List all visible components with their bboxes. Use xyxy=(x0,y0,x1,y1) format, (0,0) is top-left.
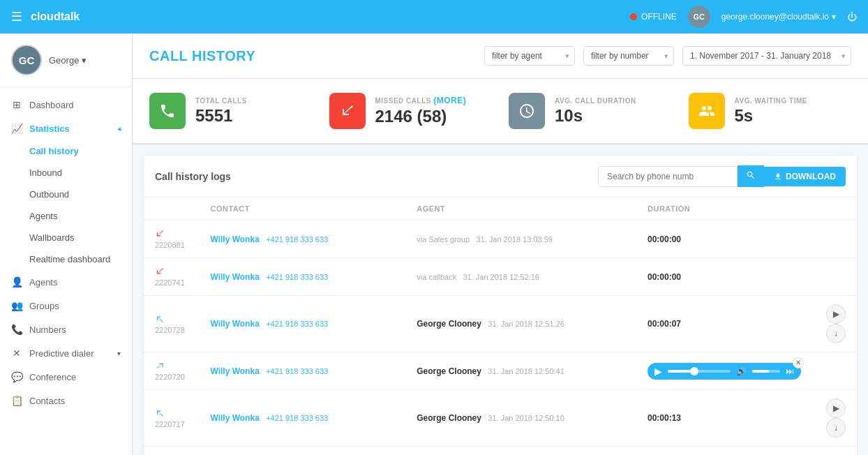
call-id-cell: 2220741 xyxy=(144,258,199,296)
call-number: 2220717 xyxy=(155,420,188,428)
agent-date: 31. Jan 2018 12:50:10 xyxy=(488,414,564,422)
filter-number-select[interactable]: filter by number xyxy=(583,46,674,66)
download-button[interactable]: DOWNLOAD xyxy=(764,167,846,186)
date-range-picker[interactable]: 1. November 2017 - 31. January 2018 xyxy=(682,46,851,66)
contact-name[interactable]: Willy Wonka xyxy=(210,319,259,329)
contact-phone[interactable]: +421 918 333 633 xyxy=(266,235,328,244)
audio-end-icon[interactable]: ⏭ xyxy=(786,366,794,376)
download-action-button[interactable]: ↓ xyxy=(826,418,846,438)
sidebar-item-realtime[interactable]: Realtime dashboard xyxy=(0,248,132,270)
sidebar-item-agents[interactable]: 👤 Agents xyxy=(0,270,132,294)
sidebar-item-conference[interactable]: 💬 Conference xyxy=(0,365,132,389)
actions-cell xyxy=(812,352,857,390)
conference-icon: 💬 xyxy=(11,371,22,382)
avg-duration-icon xyxy=(509,93,545,129)
download-action-button[interactable]: ↓ xyxy=(826,324,846,343)
sidebar-item-contacts[interactable]: 📋 Contacts xyxy=(0,389,132,412)
audio-knob[interactable] xyxy=(690,367,698,375)
sidebar-item-call-history[interactable]: Call history xyxy=(0,140,132,162)
sidebar-item-wallboards[interactable]: Wallboards xyxy=(0,227,132,248)
volume-bar[interactable] xyxy=(752,370,780,373)
volume-icon[interactable]: 🔊 xyxy=(736,366,747,376)
call-id-cell: 2220881 xyxy=(144,221,199,258)
contact-phone[interactable]: +421 918 333 633 xyxy=(266,273,328,281)
sidebar: GC George ▾ ⊞ Dashboard 📈 Statistics ◂ C… xyxy=(0,33,133,455)
predictive-icon: ✕ xyxy=(11,348,22,359)
download-label: DOWNLOAD xyxy=(786,172,836,181)
sidebar-item-predictive[interactable]: ✕ Predictive dialer ▾ xyxy=(0,341,132,365)
contact-phone[interactable]: +421 918 333 633 xyxy=(266,367,328,375)
missed-calls-more[interactable]: (MORE) xyxy=(433,96,466,105)
sidebar-label-statistics: Statistics xyxy=(29,124,70,134)
sidebar-label-conference: Conference xyxy=(29,372,76,382)
sidebar-item-agents-sub[interactable]: Agents xyxy=(0,205,132,227)
agent-date: 31. Jan 2018 12:50:41 xyxy=(488,367,564,375)
call-type-icon xyxy=(155,231,165,241)
call-type-icon xyxy=(155,410,165,420)
sidebar-item-numbers[interactable]: 📞 Numbers xyxy=(0,318,132,341)
agent-cell: via Sales group 31. Jan 2018 13:03:59 xyxy=(405,221,636,258)
search-button[interactable] xyxy=(738,165,764,187)
statistics-icon: 📈 xyxy=(11,123,22,134)
table-row: 2220741 Willy Wonka +421 918 333 633 via… xyxy=(144,258,857,296)
audio-play-button[interactable]: ▶ xyxy=(654,366,662,377)
play-action-button[interactable]: ▶ xyxy=(826,304,846,324)
total-calls-info: TOTAL CALLS 5551 xyxy=(195,97,247,126)
contact-name[interactable]: Willy Wonka xyxy=(210,413,259,423)
duration-cell: 00:00:05 xyxy=(636,447,812,456)
avg-duration-label: AVG. CALL DURATION xyxy=(555,97,636,105)
stat-avg-duration: AVG. CALL DURATION 10s xyxy=(509,93,672,129)
contact-name[interactable]: Willy Wonka xyxy=(210,234,259,244)
call-id-cell: 2220728 xyxy=(144,296,199,352)
agent-cell: George Clooney 31. Jan 2018 12:50:41 xyxy=(405,352,636,390)
duration-value: 00:00:07 xyxy=(648,319,681,329)
table-row: 2220717 Willy Wonka +421 918 333 633 Geo… xyxy=(144,390,857,447)
avatar[interactable]: GC xyxy=(688,6,710,28)
call-number: 2220728 xyxy=(155,326,188,334)
avg-waiting-value: 5s xyxy=(735,106,807,126)
sidebar-label-numbers: Numbers xyxy=(29,325,66,335)
call-type-icon xyxy=(155,363,165,373)
stat-avg-waiting: AVG. WAITING TIME 5s xyxy=(689,93,852,129)
sidebar-item-inbound[interactable]: Inbound xyxy=(0,162,132,184)
call-number: 2220881 xyxy=(155,241,188,249)
agent-cell: George Clooney 31. Jan 2018 12:50:10 xyxy=(405,390,636,447)
missed-calls-icon xyxy=(329,93,366,129)
sidebar-item-statistics[interactable]: 📈 Statistics ◂ xyxy=(0,117,132,140)
duration-cell: 00:00:07 xyxy=(636,296,812,352)
topnav: ☰ cloudtalk OFFLINE GC george.clooney@cl… xyxy=(0,0,868,33)
sidebar-label-contacts: Contacts xyxy=(29,396,65,406)
col-id xyxy=(144,197,199,221)
duration-cell: 00:00:00 xyxy=(636,258,812,296)
hamburger-icon[interactable]: ☰ xyxy=(11,9,22,24)
contact-name[interactable]: Willy Wonka xyxy=(210,366,259,376)
contact-name[interactable]: Willy Wonka xyxy=(210,272,259,282)
play-action-button[interactable]: ▶ xyxy=(826,398,846,418)
audio-progress-bar[interactable] xyxy=(668,370,731,373)
agent-name: George Clooney xyxy=(417,413,481,423)
duration-cell: 00:00:00 xyxy=(636,221,812,258)
audio-close-button[interactable]: ✕ xyxy=(793,357,804,368)
col-duration: DURATION xyxy=(636,197,812,221)
sidebar-label-dashboard: Dashboard xyxy=(29,100,74,110)
contact-phone[interactable]: +421 918 333 633 xyxy=(266,414,328,422)
user-menu[interactable]: george.clooney@cloudtalk.io ▾ xyxy=(721,12,836,22)
audio-progress-fill xyxy=(668,370,690,373)
avg-waiting-info: AVG. WAITING TIME 5s xyxy=(735,97,807,126)
missed-calls-label: MISSED CALLS (MORE) xyxy=(375,96,467,105)
search-input[interactable] xyxy=(598,166,738,187)
topnav-right: OFFLINE GC george.clooney@cloudtalk.io ▾… xyxy=(630,6,857,28)
date-filter-wrapper: 1. November 2017 - 31. January 2018 xyxy=(682,46,851,66)
sidebar-item-outbound[interactable]: Outbound xyxy=(0,184,132,205)
col-actions xyxy=(812,197,857,221)
sidebar-label-realtime: Realtime dashboard xyxy=(29,254,110,264)
filter-agent-select[interactable]: filter by agent xyxy=(484,46,575,66)
page-title: CALL HISTORY xyxy=(149,48,476,64)
duration-value: 00:00:00 xyxy=(648,272,681,282)
power-icon[interactable]: ⏻ xyxy=(847,11,857,22)
dashboard-icon: ⊞ xyxy=(11,99,22,110)
sidebar-item-dashboard[interactable]: ⊞ Dashboard xyxy=(0,93,132,117)
contact-phone[interactable]: +421 918 333 633 xyxy=(266,320,328,328)
sidebar-item-groups[interactable]: 👥 Groups xyxy=(0,294,132,318)
sidebar-label-inbound: Inbound xyxy=(29,167,62,178)
